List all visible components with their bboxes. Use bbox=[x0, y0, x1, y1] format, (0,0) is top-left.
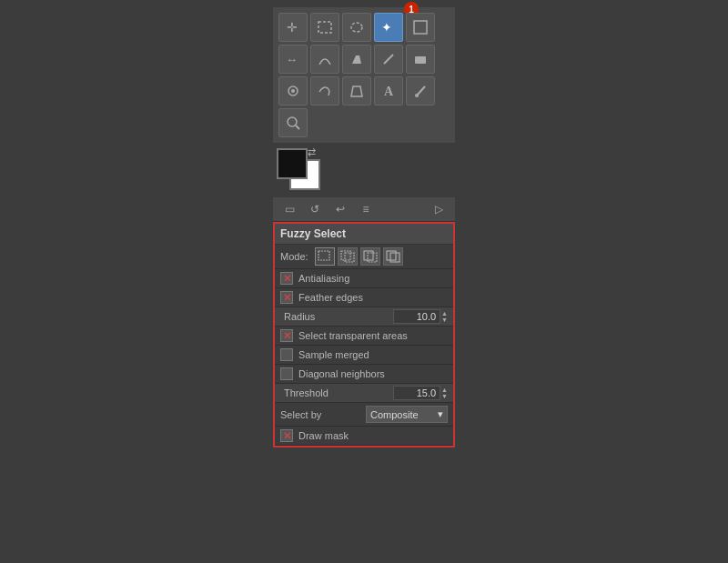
select-transparent-checkbox[interactable]: ✕ bbox=[280, 329, 293, 342]
svg-rect-7 bbox=[415, 56, 426, 64]
select-by-row: Select by Composite ▾ bbox=[275, 403, 453, 427]
svg-point-2 bbox=[351, 23, 362, 32]
swap-colors-icon[interactable]: ⇄ bbox=[308, 146, 316, 158]
svg-point-13 bbox=[415, 94, 419, 97]
select-transparent-row: ✕ Select transparent areas bbox=[275, 327, 453, 346]
select-by-dropdown[interactable]: Composite ▾ bbox=[366, 406, 448, 423]
radius-row: Radius 10.0 ▲ ▼ bbox=[275, 307, 453, 327]
svg-point-9 bbox=[291, 89, 295, 93]
svg-text:✦: ✦ bbox=[381, 20, 392, 35]
svg-text:✛: ✛ bbox=[287, 20, 298, 35]
radius-label: Radius bbox=[280, 311, 393, 322]
radius-up-arrow[interactable]: ▲ bbox=[441, 310, 448, 317]
redo-icon[interactable]: ↺ bbox=[304, 200, 326, 218]
sample-merged-row: Sample merged bbox=[275, 346, 453, 365]
svg-rect-1 bbox=[318, 22, 331, 33]
fuzzy-select-panel: Fuzzy Select Mode: ✕ An bbox=[273, 222, 455, 447]
bottom-toolbar: ▭ ↺ ↩ ≡ ▷ bbox=[273, 197, 455, 222]
sample-merged-checkbox[interactable] bbox=[280, 348, 293, 361]
diagonal-neighbors-checkbox[interactable] bbox=[280, 367, 293, 380]
feather-edges-checkbox[interactable]: ✕ bbox=[280, 291, 293, 304]
radius-down-arrow[interactable]: ▼ bbox=[441, 317, 448, 323]
lasso-tool[interactable] bbox=[342, 13, 371, 42]
color-swatch-area: ⇄ bbox=[273, 146, 455, 194]
svg-point-14 bbox=[288, 117, 297, 126]
select-by-chevron-icon: ▾ bbox=[438, 408, 443, 420]
radius-spinbox-arrows[interactable]: ▲ ▼ bbox=[441, 310, 448, 323]
tool-panel: 1 ✛ ✦ ↔ bbox=[255, 0, 473, 563]
svg-rect-16 bbox=[318, 251, 329, 260]
mode-intersect-button[interactable] bbox=[383, 247, 403, 266]
sample-merged-label: Sample merged bbox=[298, 349, 369, 360]
antialiasing-row: ✕ Antialiasing bbox=[275, 269, 453, 288]
mode-row: Mode: bbox=[275, 245, 453, 269]
svg-marker-10 bbox=[351, 86, 362, 96]
undo-icon[interactable]: ↩ bbox=[329, 200, 351, 218]
background-color-swatch[interactable] bbox=[277, 148, 308, 179]
feather-edges-label: Feather edges bbox=[298, 292, 363, 303]
threshold-spinbox-arrows[interactable]: ▲ ▼ bbox=[441, 387, 448, 399]
pencil-tool[interactable] bbox=[374, 45, 403, 74]
rect-select-tool[interactable] bbox=[310, 13, 339, 42]
select-by-value: Composite bbox=[370, 409, 419, 420]
mode-subtract-button[interactable] bbox=[360, 247, 380, 266]
bucket-tool[interactable] bbox=[342, 45, 371, 74]
clone-tool[interactable] bbox=[278, 76, 308, 106]
move-tool[interactable]: ✛ bbox=[278, 13, 308, 42]
threshold-label: Threshold bbox=[280, 387, 393, 398]
transform-tool[interactable]: ↔ bbox=[278, 45, 308, 74]
draw-mask-label: Draw mask bbox=[298, 430, 349, 441]
threshold-value[interactable]: 15.0 bbox=[393, 386, 440, 400]
svg-line-12 bbox=[417, 86, 425, 96]
color-picker-tool[interactable] bbox=[406, 76, 435, 106]
threshold-row: Threshold 15.0 ▲ ▼ bbox=[275, 384, 453, 403]
threshold-down-arrow[interactable]: ▼ bbox=[441, 393, 448, 399]
draw-mask-row: ✕ Draw mask bbox=[275, 427, 453, 446]
diagonal-neighbors-row: Diagonal neighbors bbox=[275, 365, 453, 384]
mode-label: Mode: bbox=[280, 251, 308, 262]
select-transparent-label: Select transparent areas bbox=[298, 330, 408, 341]
antialiasing-label: Antialiasing bbox=[298, 273, 349, 284]
toolbox: ✛ ✦ ↔ bbox=[273, 7, 455, 143]
layers-icon[interactable]: ≡ bbox=[355, 200, 377, 218]
new-image-icon[interactable]: ▭ bbox=[278, 200, 300, 218]
perspective-tool[interactable] bbox=[342, 76, 371, 106]
heal-tool[interactable] bbox=[310, 76, 339, 106]
draw-mask-checkbox[interactable]: ✕ bbox=[280, 429, 293, 442]
svg-text:A: A bbox=[384, 85, 394, 98]
feather-edges-row: ✕ Feather edges bbox=[275, 288, 453, 307]
warp-tool[interactable] bbox=[310, 45, 339, 74]
crop-tool[interactable] bbox=[406, 13, 435, 42]
zoom-tool[interactable] bbox=[278, 108, 308, 137]
threshold-up-arrow[interactable]: ▲ bbox=[441, 387, 448, 393]
eraser-tool[interactable] bbox=[406, 45, 435, 74]
radius-value[interactable]: 10.0 bbox=[393, 309, 440, 324]
antialiasing-checkbox[interactable]: ✕ bbox=[280, 272, 293, 285]
select-by-label: Select by bbox=[280, 409, 366, 420]
fuzzy-select-tool[interactable]: ✦ bbox=[374, 13, 403, 42]
text-tool[interactable]: A bbox=[374, 76, 403, 106]
svg-text:↔: ↔ bbox=[286, 53, 298, 66]
svg-line-6 bbox=[384, 55, 393, 64]
diagonal-neighbors-label: Diagonal neighbors bbox=[298, 368, 385, 379]
mode-add-button[interactable] bbox=[338, 247, 358, 266]
svg-rect-4 bbox=[414, 21, 427, 34]
svg-line-15 bbox=[296, 126, 299, 129]
fuzzy-select-title: Fuzzy Select bbox=[275, 224, 453, 245]
expand-icon[interactable]: ▷ bbox=[428, 200, 450, 218]
mode-replace-button[interactable] bbox=[315, 247, 335, 266]
main-container: 1 ✛ ✦ ↔ bbox=[0, 0, 728, 563]
